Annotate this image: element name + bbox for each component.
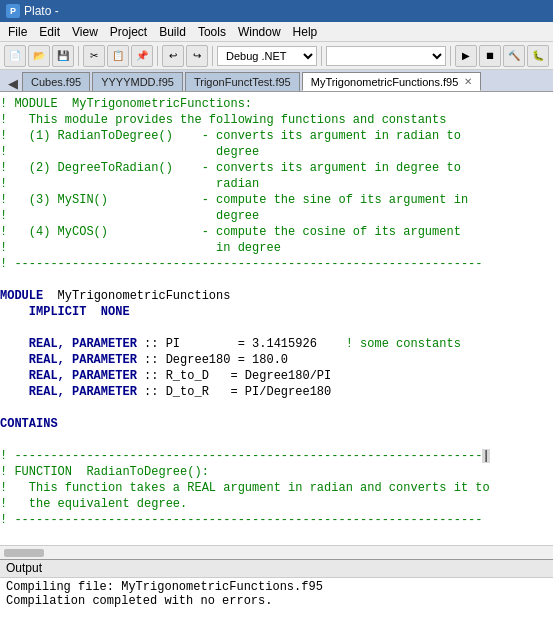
output-panel: Output Compiling file: MyTrigonometricFu… bbox=[0, 559, 553, 629]
app-icon: P bbox=[6, 4, 20, 18]
tab-yyyymdd[interactable]: YYYYMDD.f95 bbox=[92, 72, 183, 91]
stop-button[interactable]: ⏹ bbox=[479, 45, 501, 67]
menu-edit[interactable]: Edit bbox=[33, 24, 66, 40]
output-content: Compiling file: MyTrigonometricFunctions… bbox=[0, 578, 553, 629]
cut-button[interactable]: ✂ bbox=[83, 45, 105, 67]
output-header: Output bbox=[0, 560, 553, 578]
app-title: Plato - bbox=[24, 4, 59, 18]
menu-help[interactable]: Help bbox=[287, 24, 324, 40]
tab-nav-left[interactable]: ◀ bbox=[4, 76, 22, 91]
menu-view[interactable]: View bbox=[66, 24, 104, 40]
copy-button[interactable]: 📋 bbox=[107, 45, 129, 67]
open-button[interactable]: 📂 bbox=[28, 45, 50, 67]
save-button[interactable]: 💾 bbox=[52, 45, 74, 67]
run-button[interactable]: ▶ bbox=[455, 45, 477, 67]
tab-close-icon[interactable]: ✕ bbox=[464, 76, 472, 87]
menu-project[interactable]: Project bbox=[104, 24, 153, 40]
sep3 bbox=[212, 46, 213, 66]
config-dropdown[interactable] bbox=[326, 46, 446, 66]
menu-bar: File Edit View Project Build Tools Windo… bbox=[0, 22, 553, 42]
redo-button[interactable]: ↪ bbox=[186, 45, 208, 67]
tabs-bar: ◀ Cubes.f95 YYYYMDD.f95 TrigonFunctTest.… bbox=[0, 70, 553, 92]
debug-button[interactable]: 🐛 bbox=[527, 45, 549, 67]
toolbar: 📄 📂 💾 ✂ 📋 📌 ↩ ↪ Debug .NET ▶ ⏹ 🔨 🐛 bbox=[0, 42, 553, 70]
output-line-1: Compiling file: MyTrigonometricFunctions… bbox=[6, 580, 547, 594]
h-scrollbar[interactable] bbox=[0, 545, 553, 559]
menu-window[interactable]: Window bbox=[232, 24, 287, 40]
sep2 bbox=[157, 46, 158, 66]
sep4 bbox=[321, 46, 322, 66]
build-button[interactable]: 🔨 bbox=[503, 45, 525, 67]
h-scroll-thumb[interactable] bbox=[4, 549, 44, 557]
tab-mytrigonometric[interactable]: MyTrigonometricFunctions.f95 ✕ bbox=[302, 72, 482, 91]
tab-cubes[interactable]: Cubes.f95 bbox=[22, 72, 90, 91]
new-button[interactable]: 📄 bbox=[4, 45, 26, 67]
menu-tools[interactable]: Tools bbox=[192, 24, 232, 40]
sep1 bbox=[78, 46, 79, 66]
paste-button[interactable]: 📌 bbox=[131, 45, 153, 67]
tab-trigonfuncttest[interactable]: TrigonFunctTest.f95 bbox=[185, 72, 300, 91]
editor-area[interactable]: ! MODULE MyTrigonometricFunctions: ! Thi… bbox=[0, 92, 553, 545]
output-line-2: Compilation completed with no errors. bbox=[6, 594, 547, 608]
debug-dropdown[interactable]: Debug .NET bbox=[217, 46, 317, 66]
menu-file[interactable]: File bbox=[2, 24, 33, 40]
menu-build[interactable]: Build bbox=[153, 24, 192, 40]
title-bar: P Plato - bbox=[0, 0, 553, 22]
code-content: ! MODULE MyTrigonometricFunctions: ! Thi… bbox=[0, 92, 553, 545]
sep5 bbox=[450, 46, 451, 66]
undo-button[interactable]: ↩ bbox=[162, 45, 184, 67]
